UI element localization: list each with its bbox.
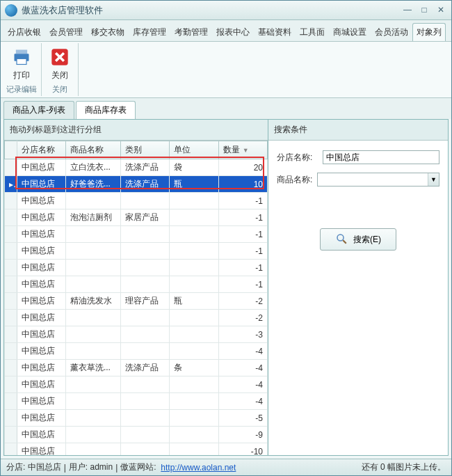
search-form: 分店名称: 商品名称: ▼ 搜索(E) — [268, 141, 448, 260]
status-user: 用户: admin — [69, 461, 113, 473]
main-tab[interactable]: 库存管理 — [129, 23, 170, 41]
chevron-down-icon[interactable]: ▼ — [428, 173, 439, 186]
search-pane-title: 搜索条件 — [268, 120, 448, 141]
table-row[interactable]: 中国总店-10 — [5, 443, 268, 456]
main-tab[interactable]: 基础资料 — [254, 23, 296, 41]
status-bar: 分店: 中国总店 | 用户: admin | 傲蓝网站: http://www.… — [1, 459, 451, 475]
main-tab[interactable]: 报表中心 — [212, 23, 254, 41]
table-row[interactable]: 中国总店泡泡洁厕剂家居产品-1 — [5, 209, 268, 226]
grid-pane: 拖动列标题到这进行分组 分店名称商品名称类别单位数量▼ 中国总店立白洗衣...洗… — [4, 120, 268, 455]
ribbon-group-close: 关闭 关闭 — [42, 43, 79, 96]
main-tab[interactable]: 考勤管理 — [170, 23, 212, 41]
close-button[interactable]: 关闭 — [46, 45, 74, 83]
main-tab[interactable]: 会员管理 — [45, 23, 87, 41]
sub-tab[interactable]: 商品库存表 — [76, 101, 136, 119]
main-tab[interactable]: 对象列 — [412, 23, 446, 41]
app-window: 傲蓝洗衣店管理软件 — □ ✕ 分店收银会员管理移交衣物库存管理考勤管理报表中心… — [0, 0, 452, 476]
table-row[interactable]: 中国总店-4 — [5, 343, 268, 360]
svg-point-4 — [337, 235, 344, 241]
maximize-button[interactable]: □ — [418, 5, 430, 16]
table-row[interactable]: 中国总店-5 — [5, 410, 268, 427]
svg-line-5 — [343, 240, 346, 244]
inventory-table: 分店名称商品名称类别单位数量▼ 中国总店立白洗衣...洗涤产品袋20▸中国总店好… — [4, 141, 268, 455]
table-row[interactable]: 中国总店-1 — [5, 193, 268, 209]
table-row[interactable]: 中国总店-4 — [5, 376, 268, 393]
main-tab[interactable]: 工具面 — [296, 23, 329, 41]
search-button[interactable]: 搜索(E) — [320, 228, 396, 251]
table-row[interactable]: 中国总店薰衣草洗...洗涤产品条-4 — [5, 360, 268, 376]
svg-rect-0 — [16, 50, 27, 54]
table-row[interactable]: 中国总店-2 — [5, 310, 268, 326]
table-row[interactable]: 中国总店-1 — [5, 226, 268, 243]
website-link[interactable]: http://www.aolan.net — [161, 463, 236, 473]
search-button-label: 搜索(E) — [353, 234, 381, 246]
content-area: 拖动列标题到这进行分组 分店名称商品名称类别单位数量▼ 中国总店立白洗衣...洗… — [3, 119, 449, 456]
sub-tab-strip: 商品入库-列表商品库存表 — [1, 98, 451, 119]
group-by-bar[interactable]: 拖动列标题到这进行分组 — [4, 120, 268, 141]
close-icon — [49, 46, 71, 68]
svg-rect-2 — [17, 58, 26, 64]
app-logo-icon — [5, 4, 17, 17]
store-input[interactable] — [323, 150, 439, 164]
table-row[interactable]: 中国总店-9 — [5, 427, 268, 443]
product-label: 商品名称: — [277, 174, 317, 186]
product-combo[interactable]: ▼ — [317, 173, 439, 187]
column-header[interactable]: 数量▼ — [218, 141, 267, 159]
title-bar: 傲蓝洗衣店管理软件 — □ ✕ — [1, 1, 451, 20]
store-label: 分店名称: — [277, 152, 323, 164]
main-tab[interactable]: 商城设置 — [329, 23, 371, 41]
table-row[interactable]: ▸中国总店好爸爸洗...洗涤产品瓶10 — [5, 176, 268, 193]
window-title: 傲蓝洗衣店管理软件 — [22, 4, 397, 17]
close-window-button[interactable]: ✕ — [435, 5, 447, 16]
column-header[interactable]: 分店名称 — [17, 141, 65, 159]
search-pane: 搜索条件 分店名称: 商品名称: ▼ 搜索(E) — [268, 120, 448, 455]
ribbon-group-edit: 打印 记录编辑 — [2, 43, 42, 96]
status-store: 分店: 中国总店 — [6, 461, 61, 473]
column-header[interactable]: 类别 — [121, 141, 170, 159]
table-row[interactable]: 中国总店立白洗衣...洗涤产品袋20 — [5, 159, 268, 176]
minimize-button[interactable]: — — [401, 5, 414, 16]
grid-scroll[interactable]: 分店名称商品名称类别单位数量▼ 中国总店立白洗衣...洗涤产品袋20▸中国总店好… — [4, 141, 268, 455]
product-input[interactable] — [318, 173, 428, 186]
main-tab-strip: 分店收银会员管理移交衣物库存管理考勤管理报表中心基础资料工具面商城设置会员活动对… — [1, 20, 451, 42]
main-tab[interactable]: 会员活动 — [371, 23, 412, 41]
main-tab[interactable]: 分店收银 — [3, 23, 45, 41]
column-header[interactable]: 单位 — [170, 141, 218, 159]
main-tab[interactable]: 移交衣物 — [87, 23, 129, 41]
table-row[interactable]: 中国总店精油洗发水理容产品瓶-2 — [5, 293, 268, 310]
table-row[interactable]: 中国总店-3 — [5, 326, 268, 343]
status-site-label: 傲蓝网站: — [120, 461, 156, 473]
status-upload: 还有 0 幅图片未上传。 — [362, 461, 446, 473]
ribbon-group-label: 关闭 — [46, 84, 74, 95]
magnifier-icon — [335, 232, 348, 247]
print-button[interactable]: 打印 — [6, 45, 37, 83]
table-row[interactable]: 中国总店-1 — [5, 276, 268, 293]
ribbon-group-label: 记录编辑 — [6, 84, 37, 95]
ribbon: 打印 记录编辑 关闭 关闭 — [1, 42, 451, 98]
table-row[interactable]: 中国总店-4 — [5, 393, 268, 410]
table-row[interactable]: 中国总店-1 — [5, 243, 268, 260]
column-header[interactable]: 商品名称 — [65, 141, 120, 159]
sub-tab[interactable]: 商品入库-列表 — [3, 101, 74, 119]
printer-icon — [10, 46, 33, 68]
table-row[interactable]: 中国总店-1 — [5, 260, 268, 276]
